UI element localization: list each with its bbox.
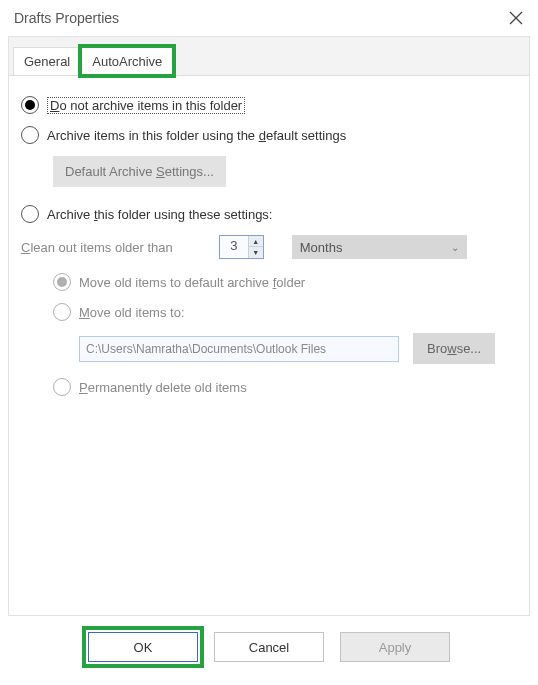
radio-icon <box>53 273 71 291</box>
apply-button: Apply <box>340 632 450 662</box>
option-label: Permanently delete old items <box>79 380 247 395</box>
unit-dropdown: Months ⌄ <box>292 235 467 259</box>
default-archive-settings-button: Default Archive Settings... <box>53 156 226 187</box>
suboption-permanently-delete: Permanently delete old items <box>53 378 517 396</box>
spinner-up-icon: ▲ <box>249 236 263 247</box>
close-icon[interactable] <box>508 10 524 26</box>
spinner-value: 3 <box>220 236 248 258</box>
tab-general[interactable]: General <box>13 47 81 75</box>
clean-out-label: Clean out items older than <box>21 240 173 255</box>
suboption-move-default-folder: Move old items to default archive folder <box>53 273 517 291</box>
option-label: Move old items to: <box>79 305 185 320</box>
option-do-not-archive[interactable]: Do not archive items in this folder <box>21 96 517 114</box>
radio-icon <box>21 96 39 114</box>
suboption-move-to: Move old items to: <box>53 303 517 321</box>
option-archive-these-settings[interactable]: Archive this folder using these settings… <box>21 205 517 223</box>
radio-icon <box>53 378 71 396</box>
spinner-down-icon: ▼ <box>249 247 263 258</box>
option-label: Archive this folder using these settings… <box>47 207 272 222</box>
cancel-button[interactable]: Cancel <box>214 632 324 662</box>
option-archive-default[interactable]: Archive items in this folder using the d… <box>21 126 517 144</box>
dropdown-value: Months <box>300 240 343 255</box>
tab-panel-autoarchive: Do not archive items in this folder Arch… <box>9 75 529 615</box>
clean-out-spinner: 3 ▲ ▼ <box>219 235 264 259</box>
dialog-title: Drafts Properties <box>14 10 119 26</box>
radio-icon <box>21 126 39 144</box>
browse-button: Browse... <box>413 333 495 364</box>
option-label: Move old items to default archive folder <box>79 275 305 290</box>
chevron-down-icon: ⌄ <box>451 242 459 253</box>
archive-path-field: C:\Users\Namratha\Documents\Outlook File… <box>79 336 399 362</box>
radio-icon <box>53 303 71 321</box>
option-label: Archive items in this folder using the d… <box>47 128 346 143</box>
tab-autoarchive[interactable]: AutoArchive <box>81 47 173 75</box>
radio-icon <box>21 205 39 223</box>
ok-button[interactable]: OK <box>88 632 198 662</box>
option-label: Do not archive items in this folder <box>47 97 245 114</box>
